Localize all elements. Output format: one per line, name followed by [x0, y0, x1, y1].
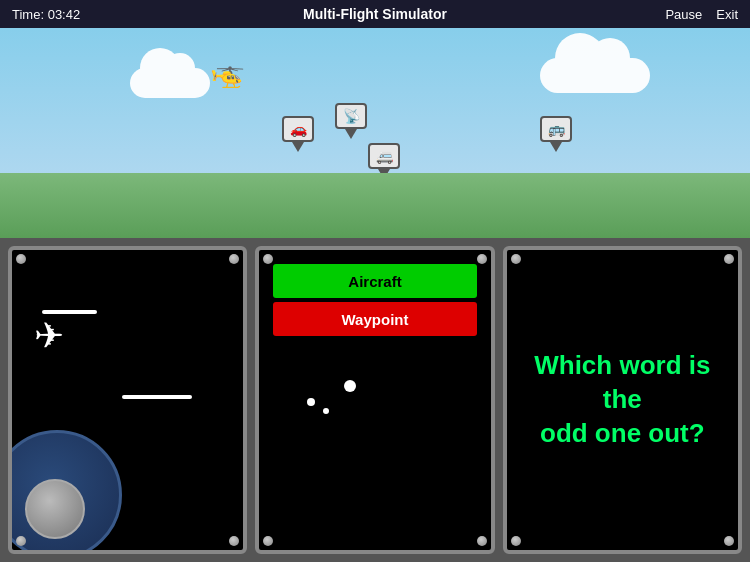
screw-tl	[511, 254, 521, 264]
screw-bl	[263, 536, 273, 546]
ground-background	[0, 173, 750, 238]
marker-antenna-tail	[345, 129, 357, 139]
timer-display: Time: 03:42	[12, 7, 80, 22]
time-label: Time:	[12, 7, 44, 22]
marker-van-icon: 🚐	[368, 143, 400, 169]
screw-tr	[477, 254, 487, 264]
cloud-left	[130, 68, 210, 98]
marker-bus-tail	[550, 142, 562, 152]
joystick-base[interactable]	[8, 430, 122, 554]
marker-antenna: 📡	[335, 103, 367, 139]
dash-line-1	[42, 310, 97, 314]
screw-br	[229, 536, 239, 546]
top-bar: Time: 03:42 Multi-Flight Simulator Pause…	[0, 0, 750, 28]
marker-antenna-icon: 📡	[335, 103, 367, 129]
dash-line-2	[122, 395, 192, 399]
dot-2	[323, 408, 329, 414]
aircraft-button[interactable]: Aircraft	[273, 264, 476, 298]
app-title: Multi-Flight Simulator	[303, 6, 447, 22]
panels-area: ✈ Aircraft Waypoint Which word is the od…	[0, 238, 750, 562]
question-line1: Which word is the	[534, 350, 710, 414]
airplane-icon: ✈	[34, 315, 64, 357]
time-value: 03:42	[48, 7, 81, 22]
flight-panel: ✈	[8, 246, 247, 554]
pause-button[interactable]: Pause	[665, 7, 702, 22]
screw-tl	[16, 254, 26, 264]
marker-bus: 🚌	[540, 116, 572, 152]
screw-tr	[724, 254, 734, 264]
screw-bl	[16, 536, 26, 546]
screw-br	[477, 536, 487, 546]
marker-car-tail	[292, 142, 304, 152]
dot-1	[307, 398, 315, 406]
marker-car-icon: 🚗	[282, 116, 314, 142]
marker-car: 🚗	[282, 116, 314, 152]
waypoint-button[interactable]: Waypoint	[273, 302, 476, 336]
screw-tr	[229, 254, 239, 264]
question-line2: odd one out?	[540, 418, 705, 448]
screw-tl	[263, 254, 273, 264]
dot-3	[344, 380, 356, 392]
top-controls: Pause Exit	[665, 7, 738, 22]
marker-bus-icon: 🚌	[540, 116, 572, 142]
question-panel: Which word is the odd one out?	[503, 246, 742, 554]
screw-bl	[511, 536, 521, 546]
cloud-right	[540, 58, 650, 93]
screw-br	[724, 536, 734, 546]
selection-panel: Aircraft Waypoint	[255, 246, 494, 554]
helicopter-icon: 🚁	[210, 56, 245, 89]
question-text: Which word is the odd one out?	[507, 329, 738, 470]
exit-button[interactable]: Exit	[716, 7, 738, 22]
joystick-nub[interactable]	[25, 479, 85, 539]
flight-scene: 🚁 🚗 📡 🚐 🚌	[0, 28, 750, 238]
